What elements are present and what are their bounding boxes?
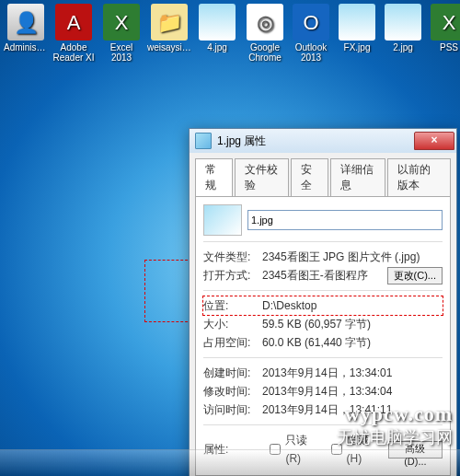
- value-sizeondisk: 60.0 KB (61,440 字节): [262, 333, 443, 352]
- tab-3[interactable]: 详细信息: [330, 158, 385, 196]
- tab-0[interactable]: 常规: [195, 158, 233, 196]
- icon-label: FX.jpg: [335, 42, 379, 52]
- watermark-text: 无忧电脑学习网: [337, 426, 453, 448]
- icon-label: Outlook 2013: [289, 42, 333, 63]
- icon-label: Excel 2013: [99, 42, 144, 63]
- label-openwith: 打开方式:: [203, 266, 262, 284]
- value-openwith: 2345看图王-看图程序: [262, 266, 368, 284]
- label-sizeondisk: 占用空间:: [203, 333, 262, 352]
- icon-glyph: 👤: [7, 4, 44, 41]
- change-openwith-button[interactable]: 更改(C)...: [387, 267, 443, 284]
- desktop-icon[interactable]: ◎Google Chrome: [243, 4, 287, 66]
- dialog-titlebar[interactable]: 1.jpg 属性 ×: [190, 129, 456, 153]
- desktop-icon[interactable]: FX.jpg: [335, 4, 379, 66]
- icon-label: Administrat...: [4, 42, 48, 52]
- icon-glyph: [199, 4, 236, 41]
- label-accessed: 访问时间:: [203, 401, 262, 419]
- value-created: 2013年9月14日，13:34:01: [262, 364, 443, 382]
- icon-glyph: O: [293, 4, 329, 41]
- value-size: 59.5 KB (60,957 字节): [262, 315, 443, 333]
- label-location: 位置:: [203, 296, 262, 315]
- icon-label: 2.jpg: [381, 42, 425, 52]
- tab-1[interactable]: 文件校验: [235, 158, 290, 196]
- dialog-title: 1.jpg 属性: [217, 134, 414, 149]
- icon-glyph: [385, 4, 421, 41]
- filename-input[interactable]: [247, 210, 443, 230]
- close-button[interactable]: ×: [414, 132, 454, 150]
- icon-glyph: ◎: [247, 4, 283, 41]
- desktop-icon[interactable]: 📁weisaysim...: [147, 4, 191, 66]
- watermark-url: wypcw.com: [337, 402, 453, 426]
- taskbar[interactable]: [0, 449, 460, 476]
- value-modified: 2013年9月14日，13:34:04: [262, 382, 443, 401]
- desktop-icon[interactable]: OOutlook 2013: [289, 4, 333, 66]
- desktop-icon[interactable]: 👤Administrat...: [4, 4, 48, 66]
- icon-label: PSS: [427, 42, 460, 52]
- label-modified: 修改时间:: [203, 382, 262, 401]
- icon-glyph: X: [431, 4, 460, 41]
- file-thumbnail: [203, 204, 242, 236]
- desktop-icon[interactable]: 2.jpg: [381, 4, 425, 66]
- value-filetype: 2345看图王 JPG 图片文件 (.jpg): [262, 248, 443, 266]
- tab-2[interactable]: 安全: [291, 158, 328, 196]
- desktop-icon[interactable]: XPSS: [427, 4, 460, 66]
- icon-glyph: A: [55, 4, 92, 41]
- file-icon: [195, 133, 212, 149]
- selected-icon-highlight: [144, 260, 192, 322]
- tab-4[interactable]: 以前的版本: [387, 158, 451, 196]
- value-location: D:\Desktop: [262, 296, 443, 315]
- icon-label: 4.jpg: [195, 42, 239, 52]
- label-size: 大小:: [203, 315, 262, 333]
- label-filetype: 文件类型:: [203, 248, 262, 266]
- icon-label: Google Chrome: [243, 42, 287, 63]
- icon-glyph: 📁: [151, 4, 188, 41]
- icon-glyph: X: [103, 4, 140, 41]
- icon-glyph: [339, 4, 375, 41]
- icon-label: weisaysim...: [147, 42, 191, 52]
- desktop-icon[interactable]: 4.jpg: [195, 4, 239, 66]
- desktop-icon[interactable]: AAdobe Reader XI: [52, 4, 96, 66]
- desktop-icon[interactable]: XExcel 2013: [99, 4, 144, 66]
- icon-label: Adobe Reader XI: [52, 42, 96, 63]
- dialog-tabs: 常规文件校验安全详细信息以前的版本: [190, 153, 456, 196]
- watermark: wypcw.com 无忧电脑学习网: [337, 402, 453, 448]
- label-created: 创建时间:: [203, 364, 262, 382]
